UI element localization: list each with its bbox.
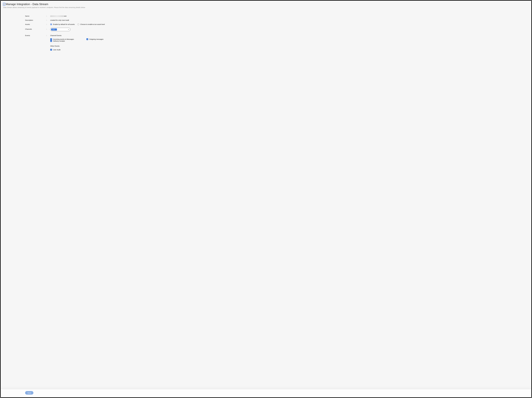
checkbox-incoming-events[interactable]: Incoming events & Messages — [50, 38, 86, 40]
chip-remove-icon[interactable]: x — [56, 29, 56, 30]
description-label: Description — [25, 19, 46, 21]
integration-form: Name : ram Description : created for onl… — [25, 15, 138, 53]
name-suffix: ram — [64, 15, 67, 17]
page-subtitle: Data Stream allows streaming of events p… — [3, 6, 528, 8]
checkbox-delivery-receipts[interactable]: Delivery receipts — [50, 40, 71, 42]
checkbox-icon — [50, 38, 52, 40]
radio-icon — [50, 24, 52, 25]
assets-row: Assets : Enable by default for all asset… — [25, 23, 138, 25]
checkbox-label: Incoming events & Messages — [53, 38, 74, 40]
colon: : — [46, 15, 50, 17]
events-row: Events : Channel Events Incoming events … — [25, 34, 138, 53]
colon: : — [46, 19, 50, 21]
channels-label: Channels — [25, 28, 46, 30]
colon: : — [46, 34, 50, 36]
page-header: Manage Integration - Data Stream Data St… — [1, 1, 531, 8]
chevron-left-icon — [4, 3, 5, 5]
other-events-heading: Other Events — [50, 45, 138, 47]
description-value: created for only User Audit — [50, 19, 138, 21]
colon: : — [46, 28, 50, 30]
channel-chip-sms[interactable]: SMS x — [51, 29, 57, 31]
assets-label: Assets — [25, 23, 46, 25]
checkbox-icon — [50, 49, 52, 51]
description-row: Description : created for only User Audi… — [25, 19, 138, 21]
channels-select[interactable]: SMS x — [50, 28, 70, 31]
assets-radio-per-asset[interactable]: Choose to enable at an asset level — [77, 23, 105, 25]
assets-radio-per-asset-label: Choose to enable at an asset level — [80, 23, 105, 25]
page-title: Manage Integration - Data Stream — [6, 3, 48, 6]
checkbox-outgoing-messages[interactable]: Outgoing messages — [86, 38, 123, 40]
channel-chip-label: SMS — [52, 29, 55, 30]
assets-radio-all[interactable]: Enable by default for all assets — [50, 23, 75, 25]
checkbox-icon — [86, 38, 88, 40]
checkbox-label: Delivery receipts — [53, 40, 65, 42]
name-value: ram — [50, 15, 138, 17]
name-row: Name : ram — [25, 15, 138, 17]
checkbox-label: User Audit — [53, 49, 60, 51]
footer: Save — [1, 389, 531, 397]
name-label: Name — [25, 15, 46, 17]
assets-radio-all-label: Enable by default for all assets — [53, 23, 75, 25]
redacted-name — [50, 15, 64, 17]
colon: : — [46, 23, 50, 25]
events-label: Events — [25, 34, 46, 36]
checkbox-label: Outgoing messages — [89, 38, 103, 40]
checkbox-user-audit[interactable]: User Audit — [50, 49, 60, 51]
checkbox-icon — [50, 40, 52, 42]
save-button[interactable]: Save — [25, 391, 33, 395]
channels-row: Channels : SMS x — [25, 28, 138, 31]
channel-events-heading: Channel Events — [50, 35, 138, 36]
chevron-down-icon — [68, 29, 69, 30]
back-button[interactable] — [3, 3, 5, 6]
radio-icon — [77, 24, 79, 25]
